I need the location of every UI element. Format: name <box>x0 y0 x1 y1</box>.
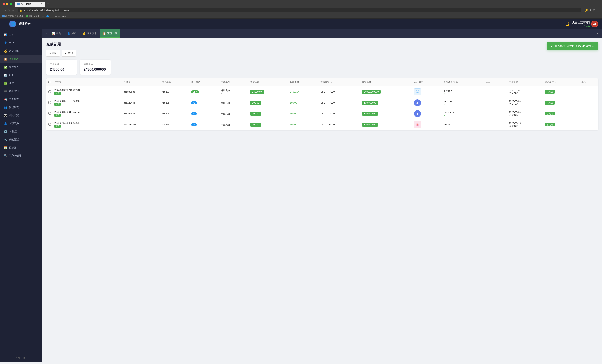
first-charge-badge-1: 首充 <box>54 103 61 106</box>
action-cell-0 <box>580 86 598 97</box>
arrow-icon: › <box>38 74 38 76</box>
pay-image-0[interactable]: 天美社区 <box>414 88 421 95</box>
sidebar-item-carousel[interactable]: 🖼️ 轮播图 › <box>0 144 42 152</box>
sidebar-item-funds[interactable]: 💰 资金流水 <box>0 47 42 55</box>
th-user-id: 用户编号 <box>160 78 190 86</box>
pay-image-3[interactable]: 🌸 <box>414 121 421 128</box>
bookmark-3[interactable]: TG: @tianmeibbs <box>46 15 66 17</box>
filter-icon: ▼ <box>64 52 67 55</box>
pay-img-cell-1[interactable]: ◆ <box>412 97 442 108</box>
sidebar-item-brush[interactable]: 🔄 刷单 › <box>0 71 42 79</box>
sidebar-item-users[interactable]: 👤 用户 <box>0 39 42 47</box>
carousel-icon: 🖼️ <box>4 146 7 149</box>
reload-btn[interactable]: ↻ <box>8 9 10 12</box>
browser-menu-btn[interactable]: ⋮ <box>593 1 598 7</box>
pay-img-cell-0[interactable]: 天美社区 <box>412 86 442 97</box>
extensions-menu[interactable]: ⋮ <box>597 9 600 12</box>
header-username: 天美社区源码网 <box>572 21 590 24</box>
sidebar-item-team[interactable]: 👨‍👩‍👧 团队概览 <box>0 111 42 119</box>
tx-cell-0: ghggggg... ⌄ <box>442 86 484 97</box>
arrow-icon-4: › <box>38 147 38 149</box>
name-sort-icon[interactable]: ↑ <box>491 81 492 83</box>
params-icon: 🔧 <box>4 138 7 141</box>
name-cell-1 <box>484 97 507 108</box>
refresh-btn[interactable]: ↻ 刷新 <box>46 50 60 57</box>
sidebar-item-withdraw[interactable]: ✅ 提现列表 <box>0 63 42 71</box>
sidebar-item-internal-user[interactable]: 👤 内部用户 <box>0 119 42 128</box>
first-charge-badge-2: 首充 <box>54 114 61 117</box>
select-all-checkbox[interactable] <box>48 81 51 83</box>
order-cell-3: 20230315025856060646 首充 <box>53 119 122 130</box>
th-channel: 充值通道 ▼ <box>319 78 360 86</box>
sidebar: 📊 主页 👤 用户 💰 资金流水 📋 充值列表 ✅ 提现列表 <box>0 29 42 362</box>
userid-cell-1: 768295 <box>160 97 190 108</box>
window-minimize[interactable] <box>6 3 9 5</box>
tab-recharge[interactable]: 📋 充值列表 <box>100 29 120 38</box>
sidebar-item-recharge[interactable]: 📋 充值列表 <box>0 55 42 63</box>
tab-collapse-right[interactable]: » <box>595 30 600 37</box>
th-status: 订单状态 ▼ <box>543 78 580 86</box>
sidebar-item-params[interactable]: 🔧 参数配置 <box>0 136 42 144</box>
bookmark-btn[interactable]: ☆ <box>12 9 14 12</box>
status-filter-icon[interactable]: ▼ <box>555 81 557 83</box>
pay-img-cell-2[interactable]: ◆ <box>412 108 442 119</box>
row-checkbox-1[interactable] <box>48 101 51 104</box>
credited-cell-2: 100.00 <box>288 108 319 119</box>
key-icon[interactable]: 🔑 <box>585 9 588 12</box>
nav-buttons: ‹ › ↻ ☆ <box>2 9 14 12</box>
new-tab-btn[interactable]: + <box>45 1 51 7</box>
amount-cell-3: 100.00 <box>249 119 288 130</box>
share-icon[interactable]: ⬆ <box>589 9 592 12</box>
tab-funds-icon: 💰 <box>83 32 86 35</box>
browser-tab-active[interactable]: AT Group ✕ <box>15 1 45 7</box>
window-maximize[interactable] <box>10 3 12 5</box>
sidebar-item-home[interactable]: 📊 主页 <box>0 31 42 39</box>
status-cell-1: 已完成 <box>543 97 580 108</box>
hamburger-menu[interactable]: ☰ <box>4 22 7 26</box>
back-btn[interactable]: ‹ <box>2 9 3 12</box>
sidebar-item-agent[interactable]: 👥 代理列表 <box>0 103 42 111</box>
bookmark-1[interactable]: 程序搭建/开发/修复 <box>2 15 23 18</box>
channel-filter-icon[interactable]: ▼ <box>331 81 333 83</box>
stat-value-0: 24300.00 <box>50 67 73 72</box>
sidebar-item-vip[interactable]: ⚙️ vip配置 <box>0 128 42 136</box>
tab-home[interactable]: 📊 主页 <box>49 29 64 38</box>
theme-toggle[interactable]: 🌙 <box>565 22 570 26</box>
user-avatar[interactable]: AT <box>591 21 598 27</box>
pay-img-cell-3[interactable]: 🌸 <box>412 119 442 130</box>
table-row: 20240203093240809984 首充 355888888 768297… <box>46 86 598 97</box>
forward-btn[interactable]: › <box>5 9 6 12</box>
ch-amount-cell-2: 100.000000 <box>360 108 412 119</box>
credited-cell-0: 24000.00 <box>288 86 319 97</box>
bookmark-2[interactable]: 认准->天美社区 <box>26 15 44 18</box>
sidebar-item-wheel[interactable]: 🎮 转盘游戏 › <box>0 87 42 95</box>
amount-cell-1: 100.00 <box>249 97 288 108</box>
row-checkbox-3[interactable] <box>48 123 51 126</box>
sidebar-item-finance[interactable]: 💹 理财 › <box>0 79 42 87</box>
tx-cell-1: 23211341... ⌄ <box>442 97 484 108</box>
pay-image-1[interactable]: ◆ <box>414 99 421 106</box>
address-bar[interactable]: 🔒 https://shuadan102.timibbs.vip/timibbs… <box>18 8 581 12</box>
window-close[interactable] <box>3 3 5 5</box>
table-row: 20230508013914667769 首充 355223456 768296… <box>46 108 598 119</box>
shield-icon[interactable]: 🛡 <box>593 9 596 12</box>
action-cell-2 <box>580 108 598 119</box>
sidebar-item-ip-detect[interactable]: 🔍 用户ip检测 <box>0 152 42 160</box>
tab-users[interactable]: 👤 用户 <box>64 29 79 38</box>
th-tx-hash: 交易哈希/卡号 <box>442 78 484 86</box>
arrow-icon-2: › <box>38 82 38 84</box>
online-status: ● 在线 <box>572 24 590 27</box>
amount-cell-2: 100.00 <box>249 108 288 119</box>
filter-btn[interactable]: ▼ 筛选 <box>62 50 76 57</box>
level-cell-3: A0 <box>190 119 219 130</box>
pay-image-2[interactable]: ◆ <box>414 110 421 117</box>
tab-collapse-left[interactable]: « <box>44 30 49 37</box>
tab-close-btn[interactable]: ✕ <box>41 3 43 5</box>
sidebar-item-notice[interactable]: 📢 公告列表 <box>0 95 42 103</box>
tab-funds[interactable]: 💰 资金流水 <box>79 29 100 38</box>
row-checkbox-2[interactable] <box>48 112 51 115</box>
row-checkbox-0[interactable] <box>48 90 51 93</box>
th-time: 充值时间 <box>507 78 543 86</box>
level-cell-2: A2 <box>190 108 219 119</box>
data-table: 订单号 手机号 用户编号 用户等级 充值类型 充值金额 到账金额 充值通道 ▼ … <box>46 78 598 130</box>
